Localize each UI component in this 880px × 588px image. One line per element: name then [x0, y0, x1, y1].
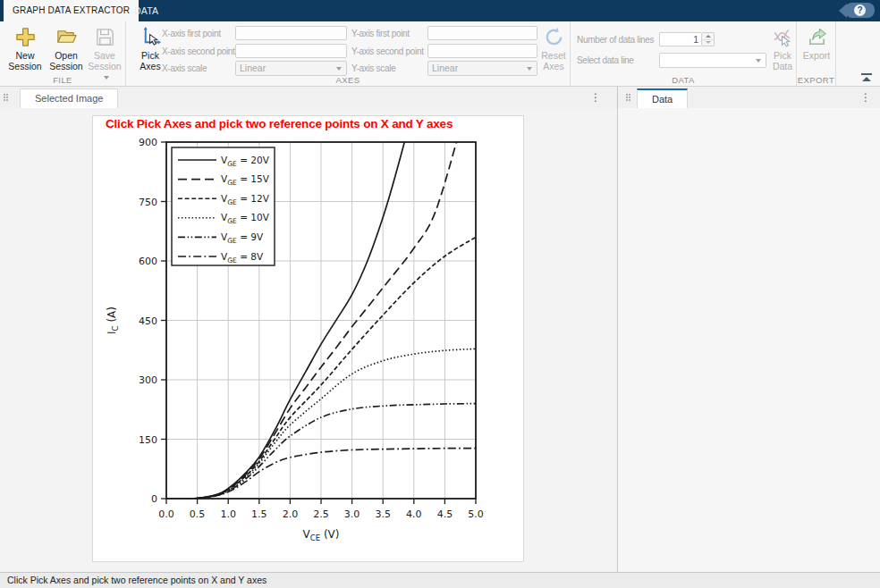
selected-image-content: Click Pick Axes and pick two reference p…	[0, 108, 617, 572]
stepper-down-button[interactable]	[702, 38, 714, 46]
svg-text:3.0: 3.0	[344, 508, 360, 520]
reset-axes-label: Reset Axes	[539, 50, 568, 71]
plus-icon	[14, 26, 37, 48]
x-first-point-label: X-axis first point	[162, 27, 221, 41]
ribbon-group-axes: Pick Axes X-axis first point X-axis seco…	[126, 21, 571, 86]
axes-cursor-icon	[140, 26, 162, 48]
group-label-axes: AXES	[126, 75, 570, 85]
x-second-point-input[interactable]	[235, 44, 347, 58]
export-label: Export	[803, 50, 830, 61]
status-bar: Click Pick Axes and pick two reference p…	[0, 572, 880, 588]
ribbon-group-export: Export EXPORT	[797, 21, 836, 86]
panel-grip-handle[interactable]	[4, 94, 5, 96]
x-second-point-label: X-axis second point	[162, 45, 235, 59]
chevron-down-icon	[527, 67, 532, 71]
tab-selected-image[interactable]: Selected Image	[20, 88, 118, 108]
chevron-down-icon	[756, 59, 761, 63]
new-session-label: New Session	[5, 50, 45, 71]
data-panel: Data ⋮	[618, 87, 880, 572]
svg-text:2.0: 2.0	[283, 508, 299, 520]
tab-data[interactable]: DATA	[116, 0, 176, 21]
group-label-file: FILE	[0, 75, 125, 85]
reset-axes-button[interactable]: Reset Axes	[539, 26, 568, 71]
panel-menu-icon[interactable]: ⋮	[590, 91, 601, 104]
svg-text:600: 600	[139, 256, 157, 267]
selected-image-panel: Selected Image ⋮ Click Pick Axes and pic…	[0, 87, 617, 572]
svg-text:0.0: 0.0	[158, 508, 174, 520]
number-of-data-lines-label: Number of data lines	[577, 33, 654, 47]
x-first-point-input[interactable]	[235, 26, 347, 40]
selected-image-canvas[interactable]: Click Pick Axes and pick two reference p…	[92, 115, 524, 562]
question-mark-icon: ?	[854, 4, 866, 16]
right-panel-tab-row: Data ⋮	[618, 87, 880, 108]
circular-arrow-icon	[543, 26, 565, 48]
number-of-data-lines-input[interactable]	[659, 32, 702, 46]
number-of-data-lines-stepper	[702, 32, 715, 46]
ribbon-tab-bar: GRAPH DATA EXTRACTOR DATA ?	[0, 0, 880, 21]
y-scale-select[interactable]: Linear	[427, 61, 537, 76]
ribbon-toolbar: New Session Open Session Save Session FI…	[0, 21, 880, 87]
curves-cursor-icon	[772, 26, 794, 48]
chart: 0.00.51.01.52.02.53.03.54.04.55.00150300…	[93, 130, 525, 563]
help-button[interactable]: ?	[839, 3, 875, 18]
svg-text:0.5: 0.5	[190, 508, 206, 520]
open-session-label: Open Session	[47, 50, 86, 71]
svg-text:450: 450	[139, 315, 157, 327]
pick-data-label: Pick Data	[767, 50, 798, 71]
instruction-text: Click Pick Axes and pick two reference p…	[106, 117, 453, 130]
x-scale-value: Linear	[240, 63, 266, 73]
chevron-down-icon	[336, 67, 342, 71]
open-session-button[interactable]: Open Session	[47, 26, 86, 71]
y-first-point-label: Y-axis first point	[351, 27, 410, 41]
ribbon-group-file: New Session Open Session Save Session FI…	[0, 21, 126, 86]
svg-text:4.5: 4.5	[437, 508, 453, 520]
select-data-line-select[interactable]	[659, 53, 766, 68]
y-second-point-input[interactable]	[427, 44, 537, 58]
svg-text:900: 900	[139, 137, 157, 148]
group-label-data: DATA	[571, 75, 796, 85]
folder-open-icon	[55, 26, 78, 48]
help-pill: ?	[845, 3, 875, 18]
svg-text:VCE (V): VCE (V)	[302, 528, 339, 542]
pick-data-button[interactable]: Pick Data	[767, 26, 798, 71]
svg-text:4.0: 4.0	[406, 508, 422, 520]
export-button[interactable]: Export	[797, 26, 836, 61]
ribbon-group-data: Number of data lines Select data line Pi…	[571, 21, 797, 86]
left-panel-tab-row: Selected Image ⋮	[0, 87, 617, 108]
panel-grip-handle[interactable]	[626, 94, 628, 96]
svg-text:750: 750	[139, 197, 157, 208]
main-area: Selected Image ⋮ Click Pick Axes and pic…	[0, 87, 880, 572]
svg-text:1.5: 1.5	[251, 508, 267, 520]
y-scale-value: Linear	[432, 63, 458, 73]
svg-text:3.5: 3.5	[375, 508, 391, 520]
data-panel-content	[618, 108, 880, 572]
svg-text:2.5: 2.5	[313, 508, 329, 520]
x-scale-select[interactable]: Linear	[235, 61, 347, 76]
green-export-arrow-icon	[806, 26, 828, 48]
panel-menu-icon[interactable]: ⋮	[860, 91, 871, 104]
collapse-ribbon-button[interactable]	[861, 73, 872, 82]
floppy-disk-icon	[94, 26, 116, 48]
svg-text:1.0: 1.0	[220, 508, 236, 520]
y-first-point-input[interactable]	[427, 26, 537, 40]
svg-text:IC (A): IC (A)	[106, 307, 120, 334]
select-data-line-label: Select data line	[577, 54, 634, 68]
status-text: Click Pick Axes and pick two reference p…	[7, 575, 267, 585]
svg-text:5.0: 5.0	[468, 508, 484, 520]
svg-text:300: 300	[139, 374, 157, 386]
group-label-export: EXPORT	[797, 75, 835, 85]
x-scale-label: X-axis scale	[162, 62, 207, 76]
tab-data-panel[interactable]: Data	[637, 88, 688, 108]
y-second-point-label: Y-axis second point	[351, 45, 424, 59]
app-window: GRAPH DATA EXTRACTOR DATA ? New Session	[0, 0, 880, 588]
svg-text:150: 150	[139, 434, 157, 446]
save-session-button[interactable]: Save Session	[84, 26, 125, 82]
new-session-button[interactable]: New Session	[5, 26, 45, 71]
y-scale-label: Y-axis scale	[351, 62, 395, 76]
svg-text:0: 0	[151, 493, 157, 505]
